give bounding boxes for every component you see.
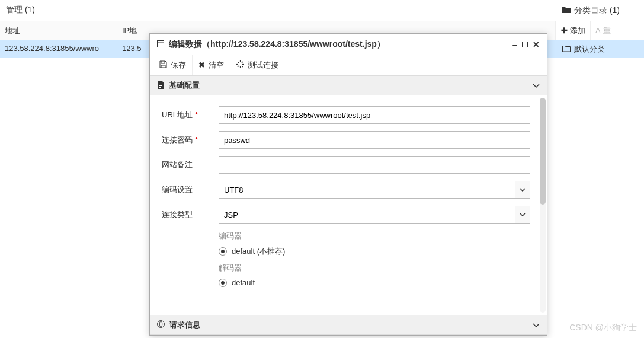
decoder-option-default[interactable]: default — [219, 278, 530, 287]
main-panel-title: 管理 (1) — [0, 0, 556, 21]
clear-label: 清空 — [209, 60, 224, 71]
add-label: 添加 — [570, 25, 585, 36]
svg-rect-0 — [158, 41, 164, 47]
browser-icon — [157, 320, 165, 330]
folder-outline-icon — [562, 45, 571, 54]
request-info-section-header[interactable]: 请求信息 — [150, 315, 547, 335]
encoding-select[interactable] — [219, 181, 530, 199]
section-title: 请求信息 — [169, 320, 200, 330]
test-label: 测试连接 — [248, 60, 278, 71]
category-panel-title: 分类目录 (1) — [556, 0, 644, 21]
note-input[interactable] — [219, 156, 530, 174]
window-controls: – ✕ — [512, 40, 540, 49]
clear-button[interactable]: ✖ 清空 — [193, 55, 230, 75]
rename-category-button[interactable]: A 重 — [591, 21, 616, 40]
radio-icon — [219, 247, 227, 256]
save-label: 保存 — [171, 60, 186, 71]
password-label: 连接密码* — [162, 135, 219, 145]
dialog-title-text: 编辑数据（http://123.58.224.8:31855/wwwroot/t… — [169, 39, 508, 50]
tree-item-label: 默认分类 — [574, 44, 605, 55]
text-icon: A — [595, 26, 601, 35]
document-icon — [157, 81, 164, 91]
note-label: 网站备注 — [162, 160, 219, 170]
type-dropdown-button[interactable] — [515, 206, 530, 224]
decoder-sublabel: 解码器 — [219, 263, 530, 273]
scrollbar-thumb[interactable] — [540, 98, 546, 205]
save-icon — [159, 60, 167, 70]
svg-rect-2 — [523, 42, 528, 47]
dialog-toolbar: 保存 ✖ 清空 测试连接 — [150, 55, 547, 75]
rename-label: 重 — [603, 25, 611, 36]
close-button[interactable]: ✕ — [533, 40, 540, 49]
svg-line-10 — [242, 62, 243, 63]
svg-line-9 — [238, 66, 239, 67]
encoding-dropdown-button[interactable] — [515, 181, 530, 199]
category-tree-item[interactable]: 默认分类 — [556, 40, 644, 58]
radio-icon — [219, 279, 227, 287]
maximize-button[interactable] — [522, 40, 528, 49]
save-button[interactable]: 保存 — [153, 55, 193, 75]
url-label: URL地址* — [162, 110, 219, 120]
encoder-option-default[interactable]: default (不推荐) — [219, 246, 530, 257]
password-input[interactable] — [219, 131, 530, 149]
encoder-option-label: default (不推荐) — [232, 246, 285, 257]
column-url[interactable]: 地址 — [0, 21, 117, 40]
section-title: 基础配置 — [169, 80, 200, 91]
category-toolbar: ✚ 添加 A 重 — [556, 21, 644, 40]
window-icon — [157, 40, 164, 49]
chevron-down-icon — [533, 321, 540, 330]
svg-line-7 — [238, 62, 239, 63]
plus-icon: ✚ — [561, 26, 568, 35]
encoding-label: 编码设置 — [162, 184, 219, 195]
type-label: 连接类型 — [162, 209, 219, 220]
type-select[interactable] — [219, 206, 530, 224]
edit-data-dialog: 编辑数据（http://123.58.224.8:31855/wwwroot/t… — [149, 33, 547, 336]
add-category-button[interactable]: ✚ 添加 — [556, 21, 591, 40]
loading-icon — [236, 60, 244, 70]
category-panel: 分类目录 (1) ✚ 添加 A 重 默认分类 — [556, 0, 644, 338]
url-input[interactable] — [219, 106, 530, 124]
form-body: URL地址* 连接密码* 网站备注 编码设置 — [150, 95, 547, 315]
category-title-text: 分类目录 (1) — [574, 5, 620, 16]
encoder-sublabel: 编码器 — [219, 231, 530, 241]
minimize-button[interactable]: – — [512, 40, 517, 49]
dialog-titlebar[interactable]: 编辑数据（http://123.58.224.8:31855/wwwroot/t… — [150, 34, 547, 55]
folder-icon — [562, 6, 571, 15]
close-icon: ✖ — [198, 60, 205, 69]
decoder-option-label: default — [232, 278, 255, 287]
chevron-down-icon — [520, 213, 526, 216]
chevron-down-icon — [520, 188, 526, 192]
basic-config-section-header[interactable]: 基础配置 — [150, 75, 547, 95]
chevron-down-icon — [533, 81, 540, 90]
cell-url: 123.58.224.8:31855/wwwro — [0, 40, 117, 58]
test-connection-button[interactable]: 测试连接 — [230, 55, 284, 75]
svg-line-8 — [242, 66, 243, 67]
